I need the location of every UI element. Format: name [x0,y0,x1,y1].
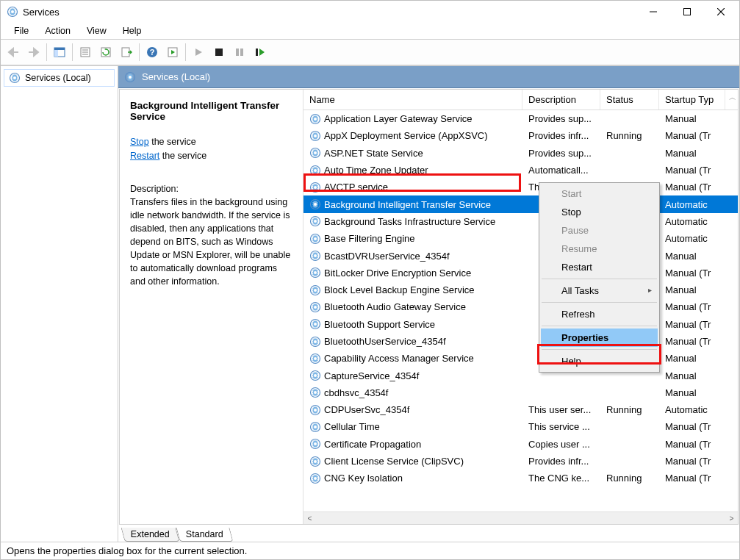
service-row[interactable]: cbdhsvc_4354fManual [303,384,738,401]
scroll-up-icon[interactable]: ︿ [729,93,736,103]
description-label: Description: [130,184,292,194]
start-service-button[interactable] [189,43,208,62]
toolbar-separator [185,43,186,61]
service-row[interactable]: Bluetooth Support ServiceManual (Tr [303,316,738,333]
properties-button[interactable] [76,43,95,62]
stop-service-button[interactable] [209,43,229,62]
svg-rect-21 [256,49,258,56]
tree-root-node[interactable]: Services (Local) [4,69,115,87]
action-button[interactable] [163,43,182,62]
column-status[interactable]: Status [600,90,659,110]
service-row[interactable]: CDPUserSvc_4354fThis user ser...RunningA… [303,401,738,418]
view-tabs: Extended Standard [118,525,739,542]
pause-service-button[interactable] [230,43,249,62]
service-name: AVCTP service [324,182,388,193]
tree-root-label: Services (Local) [25,73,91,83]
ctx-refresh[interactable]: Refresh [541,305,658,323]
service-name: Background Tasks Infrastructure Service [324,216,495,227]
service-startup: Automatic [659,199,725,210]
service-name: Bluetooth Support Service [324,319,435,330]
service-row[interactable]: Auto Time Zone UpdaterAutomaticall...Man… [303,162,738,179]
stop-link[interactable]: Stop [130,137,149,147]
ctx-properties[interactable]: Properties [541,329,658,347]
chevron-right-icon: ▸ [648,286,652,294]
tab-standard[interactable]: Standard [176,528,233,542]
service-row[interactable]: CNG Key IsolationThe CNG ke...RunningMan… [303,470,738,487]
help-button[interactable]: ? [143,43,162,62]
service-name: Cellular Time [324,421,380,432]
column-name[interactable]: Name [303,90,522,110]
svg-rect-8 [54,50,58,57]
export-button[interactable] [117,43,136,62]
menu-view[interactable]: View [79,24,114,37]
tab-extended[interactable]: Extended [121,528,179,542]
service-row[interactable]: AVCTP serviceThis is Audio...RunningManu… [303,179,738,195]
scroll-right-icon[interactable]: > [725,512,738,525]
service-row[interactable]: Application Layer Gateway ServiceProvide… [303,110,738,127]
service-row[interactable]: BitLocker Drive Encryption ServiceManual… [303,265,738,281]
ctx-help[interactable]: Help [541,352,658,370]
service-name: CNG Key Isolation [324,473,403,484]
menu-help[interactable]: Help [115,24,149,37]
service-icon [309,404,321,416]
ctx-all-tasks[interactable]: All Tasks▸ [541,281,658,300]
service-name: BcastDVRUserService_4354f [324,251,450,262]
service-row[interactable]: Background Tasks Infrastructure ServiceA… [303,213,738,230]
service-startup: Manual (Tr [659,456,725,467]
service-row[interactable]: CaptureService_4354fManual [303,367,738,384]
service-startup: Manual (Tr [659,268,725,279]
service-row[interactable]: Cellular TimeThis service ...Manual (Tr [303,418,738,435]
service-row[interactable]: Base Filtering EngineAutomatic [303,230,738,247]
service-row[interactable]: Client License Service (ClipSVC)Provides… [303,453,738,470]
ctx-stop[interactable]: Stop [541,203,658,221]
minimize-button[interactable] [636,1,670,23]
service-startup: Manual (Tr [659,473,725,484]
service-status: Running [600,130,659,141]
restart-suffix: the service [159,151,206,161]
service-description: The CNG ke... [522,473,600,484]
service-name: BluetoothUserService_4354f [324,336,446,347]
forward-button[interactable] [24,43,43,62]
restart-link[interactable]: Restart [130,151,159,161]
service-row[interactable]: ASP.NET State ServiceProvides sup...Manu… [303,145,738,162]
service-row[interactable]: BcastDVRUserService_4354fManual [303,247,738,264]
service-icon [309,387,321,398]
service-name: CDPUserSvc_4354f [324,404,409,415]
service-icon [309,267,321,279]
list-body[interactable]: Application Layer Gateway ServiceProvide… [303,110,738,511]
column-description[interactable]: Description [522,90,600,110]
svg-rect-18 [215,49,223,56]
service-row[interactable]: Certificate PropagationCopies user ...Ma… [303,436,738,453]
ctx-restart[interactable]: Restart [541,258,658,276]
service-row[interactable]: Capability Access Manager ServiceManual [303,350,738,367]
service-name: AppX Deployment Service (AppXSVC) [324,130,488,141]
window-controls [636,1,738,23]
service-name: Auto Time Zone Updater [324,165,428,176]
description-text: Transfers files in the background using … [130,195,292,289]
maximize-button[interactable] [670,1,704,23]
titlebar: Services [1,1,739,23]
service-row[interactable]: AppX Deployment Service (AppXSVC)Provide… [303,127,738,144]
service-row[interactable]: BluetoothUserService_4354fManual (Tr [303,333,738,350]
toolbar-separator [139,43,140,61]
refresh-button[interactable] [96,43,115,62]
close-button[interactable] [704,1,738,23]
service-row[interactable]: Background Intelligent Transfer ServiceA… [303,195,738,212]
service-startup: Manual [659,370,725,381]
show-hide-tree-button[interactable] [50,43,69,62]
back-button[interactable] [4,43,23,62]
tree-pane: Services (Local) [1,66,118,542]
service-startup: Manual (Tr [659,301,725,312]
column-startup[interactable]: Startup Typ [659,90,725,110]
service-row[interactable]: Bluetooth Audio Gateway ServiceManual (T… [303,298,738,315]
service-row[interactable]: Block Level Backup Engine ServiceManual [303,281,738,298]
restart-service-button[interactable] [251,43,270,62]
menu-file[interactable]: File [7,24,36,37]
detail-links: Stop the service Restart the service [130,135,292,163]
scroll-left-icon[interactable]: < [303,512,316,525]
service-name: Bluetooth Audio Gateway Service [324,301,466,312]
svg-rect-20 [240,49,243,56]
horizontal-scrollbar[interactable]: < > [303,511,738,524]
service-startup: Manual (Tr [659,336,725,347]
menu-action[interactable]: Action [37,24,78,37]
